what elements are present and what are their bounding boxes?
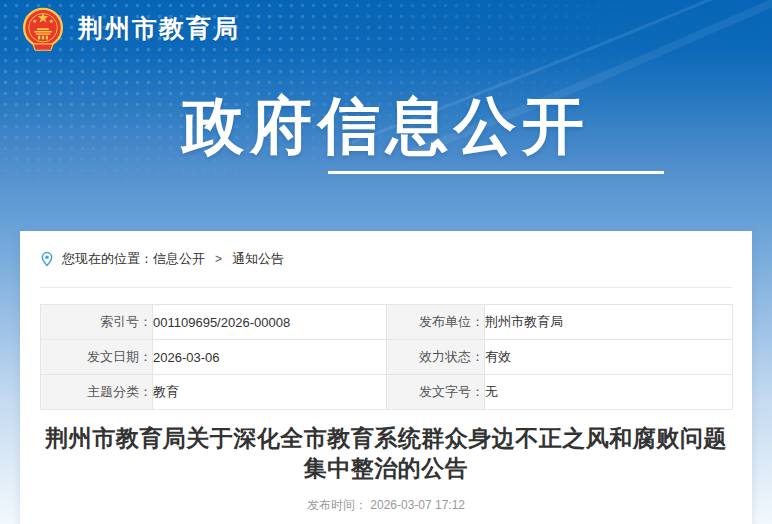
site-header: 荆州市教育局 [0, 0, 772, 56]
meta-label-issue-date: 发文日期： [41, 340, 153, 375]
breadcrumb-item-notices[interactable]: 通知公告 [232, 250, 284, 268]
site-name[interactable]: 荆州市教育局 [78, 12, 240, 45]
meta-value-document-number: 无 [485, 375, 733, 410]
publish-time-line: 发布时间： 2026-03-07 17:12 [40, 497, 732, 514]
article-title: 荆州市教育局关于深化全市教育系统群众身边不正之风和腐败问题集中整治的公告 [40, 423, 732, 483]
china-national-emblem-icon [20, 7, 66, 53]
table-row: 主题分类： 教育 发文字号： 无 [41, 375, 733, 410]
table-row: 索引号： 001109695/2026-00008 发布单位： 荆州市教育局 [41, 305, 733, 340]
meta-label-document-number: 发文字号： [387, 375, 485, 410]
page-title: 政府信息公开 [0, 84, 772, 168]
document-meta-table: 索引号： 001109695/2026-00008 发布单位： 荆州市教育局 发… [40, 304, 733, 410]
meta-label-publisher: 发布单位： [387, 305, 485, 340]
meta-label-topic-category: 主题分类： [41, 375, 153, 410]
meta-label-validity-status: 效力状态： [387, 340, 485, 375]
meta-value-publisher: 荆州市教育局 [485, 305, 733, 340]
meta-value-validity-status: 有效 [485, 340, 733, 375]
meta-value-topic-category: 教育 [153, 375, 387, 410]
publish-time-label: 发布时间： [307, 498, 367, 512]
meta-label-index-number: 索引号： [41, 305, 153, 340]
meta-value-index-number: 001109695/2026-00008 [153, 305, 387, 340]
table-row: 发文日期： 2026-03-06 效力状态： 有效 [41, 340, 733, 375]
title-underline-decoration [328, 171, 664, 174]
publish-time-value: 2026-03-07 17:12 [370, 498, 465, 512]
location-pin-icon [40, 251, 54, 267]
breadcrumb-divider [40, 287, 732, 288]
meta-value-issue-date: 2026-03-06 [153, 340, 387, 375]
breadcrumb-item-info-disclosure[interactable]: 信息公开 [153, 250, 205, 268]
breadcrumb-prefix: 您现在的位置： [62, 250, 153, 268]
breadcrumb-separator: > [215, 252, 222, 266]
breadcrumb: 您现在的位置： 信息公开 > 通知公告 [40, 231, 732, 268]
content-card: 您现在的位置： 信息公开 > 通知公告 索引号： 001109695/2026-… [20, 231, 752, 524]
